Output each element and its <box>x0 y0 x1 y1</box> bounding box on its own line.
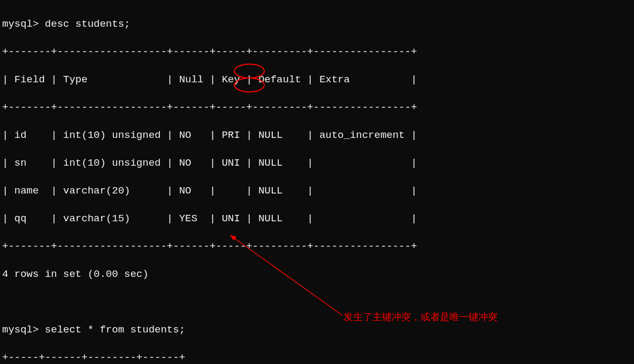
blank-1 <box>2 295 632 309</box>
desc-row-1: | sn | int(10) unsigned | NO | UNI | NUL… <box>2 156 632 170</box>
desc-header: | Field | Type | Null | Key | Default | … <box>2 73 632 87</box>
cmd-desc: desc students; <box>45 18 131 30</box>
prompt-line-1: mysql> desc students; <box>2 17 632 31</box>
desc-sep-top: +-------+------------------+------+-----… <box>2 45 632 59</box>
desc-row-2: | name | varchar(20) | NO | | NULL | | <box>2 184 632 198</box>
desc-row-3: | qq | varchar(15) | YES | UNI | NULL | … <box>2 212 632 226</box>
desc-footer: 4 rows in set (0.00 sec) <box>2 267 632 281</box>
terminal-output[interactable]: mysql> desc students; +-------+---------… <box>0 0 634 364</box>
desc-row-0: | id | int(10) unsigned | NO | PRI | NUL… <box>2 128 632 142</box>
desc-sep-mid: +-------+------------------+------+-----… <box>2 100 632 114</box>
prompt-line-2: mysql> select * from students; <box>2 323 632 337</box>
sel-sep-top: +-----+------+--------+------+ <box>2 351 632 364</box>
cmd-select: select * from students; <box>45 324 185 336</box>
desc-sep-bot: +-------+------------------+------+-----… <box>2 239 632 253</box>
